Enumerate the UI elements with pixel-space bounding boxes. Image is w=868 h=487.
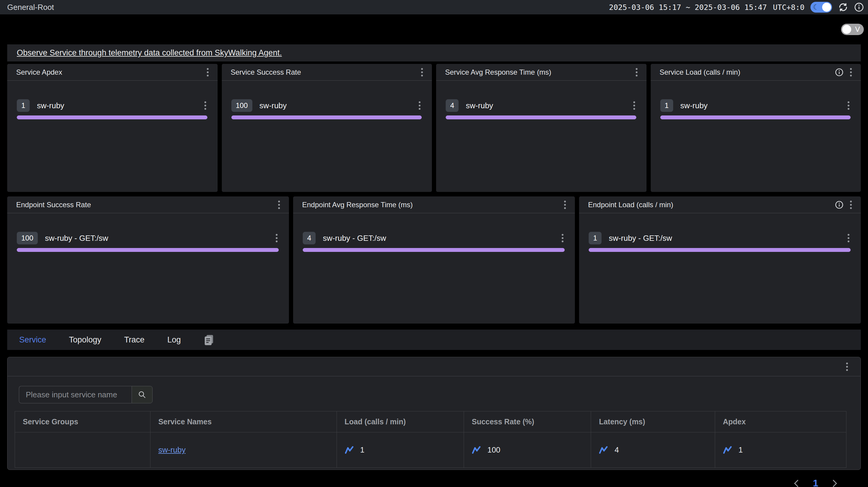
metric-row: 1 sw-ruby - GET:/sw [589, 232, 850, 244]
metric-menu-icon[interactable] [203, 100, 208, 111]
metric-bar [303, 248, 565, 252]
description-link[interactable]: Observe Service through telemetry data c… [17, 48, 282, 58]
col-service-names: Service Names [151, 412, 337, 432]
col-success-rate: Success Rate (%) [464, 412, 591, 432]
cell-apdex: 1 [715, 432, 846, 468]
toggle-knob [842, 25, 851, 34]
service-list-panel: Service Groups Service Names Load (calls… [7, 357, 861, 470]
metric-bar [660, 116, 851, 119]
col-service-groups: Service Groups [15, 412, 151, 432]
service-search [19, 386, 846, 403]
card-menu-icon[interactable] [206, 67, 210, 78]
tab-log[interactable]: Log [167, 335, 181, 344]
service-table: Service Groups Service Names Load (calls… [15, 411, 846, 468]
card-menu-icon[interactable] [420, 67, 424, 78]
card-service-load: Service Load (calls / min) 1 sw-ruby [651, 64, 861, 192]
cell-service-name: sw-ruby [151, 432, 337, 468]
info-icon[interactable] [835, 201, 843, 209]
metric-label[interactable]: sw-ruby - GET:/sw [323, 234, 386, 243]
metric-menu-icon[interactable] [560, 233, 565, 243]
cell-load: 1 [337, 432, 464, 468]
sparkline-icon [599, 446, 608, 455]
metric-menu-icon[interactable] [846, 100, 850, 111]
time-range[interactable]: 2025-03-06 15:17 ~ 2025-03-06 15:47 [609, 3, 767, 12]
metric-label[interactable]: sw-ruby - GET:/sw [609, 234, 672, 243]
cell-latency: 4 [591, 432, 715, 468]
dashboard-title: General-Root [7, 3, 54, 12]
card-menu-icon[interactable] [849, 67, 853, 78]
metric-value-badge: 100 [17, 232, 38, 244]
toggle-knob [822, 3, 831, 12]
sparkline-icon [345, 446, 354, 455]
card-menu-icon[interactable] [849, 200, 853, 210]
metric-value-badge: 1 [17, 99, 30, 112]
tab-strip: Service Topology Trace Log [7, 330, 861, 350]
service-name-link[interactable]: sw-ruby [158, 445, 186, 454]
metric-label[interactable]: sw-ruby [466, 101, 493, 110]
metric-value-badge: 4 [303, 232, 316, 244]
view-mode-toggle[interactable]: V [841, 24, 864, 35]
page-number[interactable]: 1 [813, 478, 818, 487]
dashboard-content: Observe Service through telemetry data c… [0, 44, 868, 487]
col-apdex: Apdex [715, 412, 846, 432]
metric-row: 4 sw-ruby [446, 99, 636, 112]
edit-mode-bar: V [0, 14, 868, 44]
panel-menu-icon[interactable] [845, 361, 849, 372]
col-load: Load (calls / min) [337, 412, 464, 432]
card-title: Service Load (calls / min) [660, 68, 740, 77]
topbar-controls: 2025-03-06 15:17 ~ 2025-03-06 15:47 UTC+… [609, 2, 864, 12]
card-service-avg-response-time: Service Avg Response Time (ms) 4 sw-ruby [436, 64, 647, 192]
card-endpoint-load: Endpoint Load (calls / min) 1 sw-ruby - … [579, 196, 861, 324]
metric-menu-icon[interactable] [275, 233, 279, 243]
col-latency: Latency (ms) [591, 412, 715, 432]
refresh-icon[interactable] [838, 2, 848, 12]
metric-bar [231, 116, 422, 119]
search-button[interactable] [131, 386, 153, 403]
prev-page-icon[interactable] [793, 479, 800, 487]
metric-row: 100 sw-ruby - GET:/sw [17, 232, 279, 244]
card-title: Endpoint Avg Response Time (ms) [302, 201, 413, 209]
next-page-icon[interactable] [831, 479, 838, 487]
card-menu-icon[interactable] [563, 200, 567, 210]
service-cards-row: Service Apdex 1 sw-ruby Service Success … [7, 64, 861, 192]
metric-menu-icon[interactable] [846, 233, 850, 243]
endpoint-cards-row: Endpoint Success Rate 100 sw-ruby - GET:… [7, 196, 861, 324]
moon-icon: ☾ [813, 4, 819, 11]
copy-document-icon[interactable] [204, 334, 214, 346]
tab-service[interactable]: Service [19, 335, 46, 344]
service-search-input[interactable] [19, 386, 131, 403]
card-service-apdex: Service Apdex 1 sw-ruby [7, 64, 218, 192]
card-title: Endpoint Load (calls / min) [588, 201, 673, 209]
sparkline-icon [472, 446, 481, 455]
metric-row: 4 sw-ruby - GET:/sw [303, 232, 565, 244]
card-title: Service Avg Response Time (ms) [445, 68, 551, 77]
view-toggle-label: V [855, 25, 860, 34]
metric-label[interactable]: sw-ruby [259, 101, 287, 110]
metric-value-badge: 100 [231, 99, 252, 112]
metric-bar [17, 248, 279, 252]
metric-row: 1 sw-ruby [660, 99, 851, 112]
dark-mode-toggle[interactable]: ☾ [810, 2, 832, 12]
metric-label[interactable]: sw-ruby [37, 101, 64, 110]
metric-label[interactable]: sw-ruby [680, 101, 708, 110]
card-service-success-rate: Service Success Rate 100 sw-ruby [222, 64, 432, 192]
card-endpoint-avg-response-time: Endpoint Avg Response Time (ms) 4 sw-rub… [293, 196, 575, 324]
card-endpoint-success-rate: Endpoint Success Rate 100 sw-ruby - GET:… [7, 196, 289, 324]
cell-service-group [15, 432, 151, 468]
metric-bar [446, 116, 636, 119]
card-menu-icon[interactable] [634, 67, 639, 78]
timezone[interactable]: UTC+8:0 [773, 3, 804, 12]
info-icon[interactable] [854, 2, 864, 12]
tab-topology[interactable]: Topology [69, 335, 101, 344]
info-icon[interactable] [835, 68, 843, 77]
metric-row: 100 sw-ruby [231, 99, 422, 112]
tab-trace[interactable]: Trace [124, 335, 145, 344]
card-title: Service Success Rate [231, 68, 301, 77]
description-banner: Observe Service through telemetry data c… [7, 44, 861, 61]
card-menu-icon[interactable] [277, 200, 281, 210]
metric-menu-icon[interactable] [417, 100, 422, 111]
card-title: Service Apdex [16, 68, 62, 77]
metric-menu-icon[interactable] [632, 100, 636, 111]
metric-value-badge: 1 [589, 232, 601, 244]
metric-label[interactable]: sw-ruby - GET:/sw [45, 234, 108, 243]
